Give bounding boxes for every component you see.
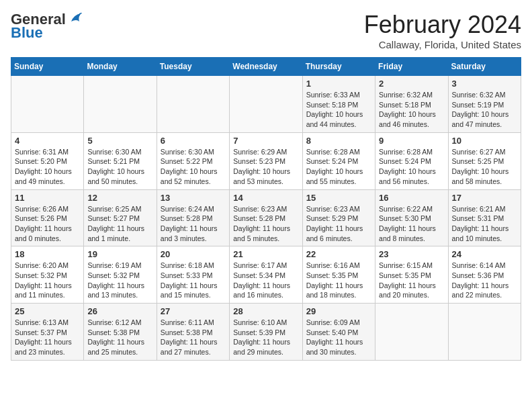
calendar-cell: 23Sunrise: 6:15 AM Sunset: 5:35 PM Dayli… xyxy=(375,246,448,304)
day-number: 20 xyxy=(161,249,226,259)
day-info: Sunrise: 6:28 AM Sunset: 5:24 PM Dayligh… xyxy=(379,147,444,187)
calendar-cell: 18Sunrise: 6:20 AM Sunset: 5:32 PM Dayli… xyxy=(11,246,84,304)
calendar-cell xyxy=(157,76,229,133)
day-info: Sunrise: 6:18 AM Sunset: 5:33 PM Dayligh… xyxy=(161,261,226,300)
day-info: Sunrise: 6:12 AM Sunset: 5:38 PM Dayligh… xyxy=(87,318,152,357)
day-number: 26 xyxy=(87,306,152,316)
calendar-cell xyxy=(448,304,521,361)
calendar-cell: 20Sunrise: 6:18 AM Sunset: 5:33 PM Dayli… xyxy=(157,246,229,304)
calendar-body: 1Sunrise: 6:33 AM Sunset: 5:18 PM Daylig… xyxy=(11,76,521,361)
calendar-cell: 3Sunrise: 6:32 AM Sunset: 5:19 PM Daylig… xyxy=(448,76,521,133)
day-number: 4 xyxy=(15,136,80,146)
calendar-cell xyxy=(11,76,84,133)
calendar-header: SundayMondayTuesdayWednesdayThursdayFrid… xyxy=(11,58,521,76)
day-info: Sunrise: 6:30 AM Sunset: 5:22 PM Dayligh… xyxy=(161,147,226,187)
day-info: Sunrise: 6:21 AM Sunset: 5:31 PM Dayligh… xyxy=(452,204,517,244)
calendar-cell: 27Sunrise: 6:11 AM Sunset: 5:38 PM Dayli… xyxy=(157,304,229,361)
day-number: 17 xyxy=(452,193,517,203)
day-number: 8 xyxy=(306,136,371,146)
calendar-cell: 5Sunrise: 6:30 AM Sunset: 5:21 PM Daylig… xyxy=(84,132,157,189)
day-info: Sunrise: 6:23 AM Sunset: 5:28 PM Dayligh… xyxy=(233,204,298,244)
calendar-cell: 2Sunrise: 6:32 AM Sunset: 5:18 PM Daylig… xyxy=(375,76,448,133)
day-number: 23 xyxy=(379,249,444,259)
day-number: 25 xyxy=(15,306,80,316)
calendar-cell: 14Sunrise: 6:23 AM Sunset: 5:28 PM Dayli… xyxy=(230,189,302,246)
calendar-cell xyxy=(84,76,157,133)
day-number: 27 xyxy=(161,306,226,316)
calendar-cell: 13Sunrise: 6:24 AM Sunset: 5:28 PM Dayli… xyxy=(157,189,229,246)
day-number: 6 xyxy=(161,136,226,146)
day-info: Sunrise: 6:19 AM Sunset: 5:32 PM Dayligh… xyxy=(87,261,152,300)
calendar-cell: 26Sunrise: 6:12 AM Sunset: 5:38 PM Dayli… xyxy=(84,304,157,361)
weekday-header-sunday: Sunday xyxy=(11,58,84,76)
day-info: Sunrise: 6:11 AM Sunset: 5:38 PM Dayligh… xyxy=(161,318,226,357)
day-info: Sunrise: 6:30 AM Sunset: 5:21 PM Dayligh… xyxy=(87,147,152,187)
day-info: Sunrise: 6:28 AM Sunset: 5:24 PM Dayligh… xyxy=(306,147,371,187)
day-number: 13 xyxy=(161,193,226,203)
logo-blue-text: Blue xyxy=(11,24,43,42)
calendar-cell: 15Sunrise: 6:23 AM Sunset: 5:29 PM Dayli… xyxy=(302,189,375,246)
calendar-cell: 22Sunrise: 6:16 AM Sunset: 5:35 PM Dayli… xyxy=(302,246,375,304)
weekday-header-wednesday: Wednesday xyxy=(230,58,302,76)
weekday-header-tuesday: Tuesday xyxy=(157,58,229,76)
calendar-cell: 25Sunrise: 6:13 AM Sunset: 5:37 PM Dayli… xyxy=(11,304,84,361)
day-number: 14 xyxy=(233,193,298,203)
weekday-header-friday: Friday xyxy=(375,58,448,76)
location-text: Callaway, Florida, United States xyxy=(364,39,521,50)
calendar-cell: 4Sunrise: 6:31 AM Sunset: 5:20 PM Daylig… xyxy=(11,132,84,189)
calendar-week-1: 1Sunrise: 6:33 AM Sunset: 5:18 PM Daylig… xyxy=(11,76,521,133)
calendar-cell: 17Sunrise: 6:21 AM Sunset: 5:31 PM Dayli… xyxy=(448,189,521,246)
calendar-cell: 29Sunrise: 6:09 AM Sunset: 5:40 PM Dayli… xyxy=(302,304,375,361)
title-area: February 2024 Callaway, Florida, United … xyxy=(364,11,521,50)
day-number: 2 xyxy=(379,79,444,89)
calendar-cell: 21Sunrise: 6:17 AM Sunset: 5:34 PM Dayli… xyxy=(230,246,302,304)
day-info: Sunrise: 6:09 AM Sunset: 5:40 PM Dayligh… xyxy=(306,318,371,357)
calendar-cell: 11Sunrise: 6:26 AM Sunset: 5:26 PM Dayli… xyxy=(11,189,84,246)
day-info: Sunrise: 6:31 AM Sunset: 5:20 PM Dayligh… xyxy=(15,147,80,187)
logo-bird-icon xyxy=(67,12,82,24)
calendar-table: SundayMondayTuesdayWednesdayThursdayFrid… xyxy=(11,57,521,361)
day-info: Sunrise: 6:32 AM Sunset: 5:19 PM Dayligh… xyxy=(452,90,517,130)
day-info: Sunrise: 6:29 AM Sunset: 5:23 PM Dayligh… xyxy=(233,147,298,187)
calendar-cell: 28Sunrise: 6:10 AM Sunset: 5:39 PM Dayli… xyxy=(230,304,302,361)
day-number: 1 xyxy=(306,79,371,89)
day-number: 19 xyxy=(87,249,152,259)
day-number: 15 xyxy=(306,193,371,203)
day-info: Sunrise: 6:22 AM Sunset: 5:30 PM Dayligh… xyxy=(379,204,444,244)
day-info: Sunrise: 6:13 AM Sunset: 5:37 PM Dayligh… xyxy=(15,318,80,357)
day-number: 5 xyxy=(87,136,152,146)
day-number: 21 xyxy=(233,249,298,259)
day-number: 12 xyxy=(87,193,152,203)
day-number: 22 xyxy=(306,249,371,259)
day-number: 7 xyxy=(233,136,298,146)
calendar-cell: 8Sunrise: 6:28 AM Sunset: 5:24 PM Daylig… xyxy=(302,132,375,189)
calendar-week-5: 25Sunrise: 6:13 AM Sunset: 5:37 PM Dayli… xyxy=(11,304,521,361)
calendar-cell xyxy=(375,304,448,361)
calendar-cell: 1Sunrise: 6:33 AM Sunset: 5:18 PM Daylig… xyxy=(302,76,375,133)
day-number: 16 xyxy=(379,193,444,203)
day-number: 3 xyxy=(452,79,517,89)
weekday-header-row: SundayMondayTuesdayWednesdayThursdayFrid… xyxy=(11,58,521,76)
calendar-cell: 16Sunrise: 6:22 AM Sunset: 5:30 PM Dayli… xyxy=(375,189,448,246)
day-number: 18 xyxy=(15,249,80,259)
day-info: Sunrise: 6:17 AM Sunset: 5:34 PM Dayligh… xyxy=(233,261,298,300)
day-info: Sunrise: 6:15 AM Sunset: 5:35 PM Dayligh… xyxy=(379,261,444,300)
day-number: 10 xyxy=(452,136,517,146)
day-number: 24 xyxy=(452,249,517,259)
day-number: 28 xyxy=(233,306,298,316)
weekday-header-thursday: Thursday xyxy=(302,58,375,76)
calendar-cell: 12Sunrise: 6:25 AM Sunset: 5:27 PM Dayli… xyxy=(84,189,157,246)
day-info: Sunrise: 6:24 AM Sunset: 5:28 PM Dayligh… xyxy=(161,204,226,244)
day-number: 9 xyxy=(379,136,444,146)
day-info: Sunrise: 6:25 AM Sunset: 5:27 PM Dayligh… xyxy=(87,204,152,244)
weekday-header-monday: Monday xyxy=(84,58,157,76)
calendar-cell: 19Sunrise: 6:19 AM Sunset: 5:32 PM Dayli… xyxy=(84,246,157,304)
calendar-cell: 10Sunrise: 6:27 AM Sunset: 5:25 PM Dayli… xyxy=(448,132,521,189)
day-number: 11 xyxy=(15,193,80,203)
day-info: Sunrise: 6:10 AM Sunset: 5:39 PM Dayligh… xyxy=(233,318,298,357)
day-info: Sunrise: 6:23 AM Sunset: 5:29 PM Dayligh… xyxy=(306,204,371,244)
calendar-week-3: 11Sunrise: 6:26 AM Sunset: 5:26 PM Dayli… xyxy=(11,189,521,246)
day-info: Sunrise: 6:26 AM Sunset: 5:26 PM Dayligh… xyxy=(15,204,80,244)
weekday-header-saturday: Saturday xyxy=(448,58,521,76)
day-info: Sunrise: 6:33 AM Sunset: 5:18 PM Dayligh… xyxy=(306,90,371,130)
